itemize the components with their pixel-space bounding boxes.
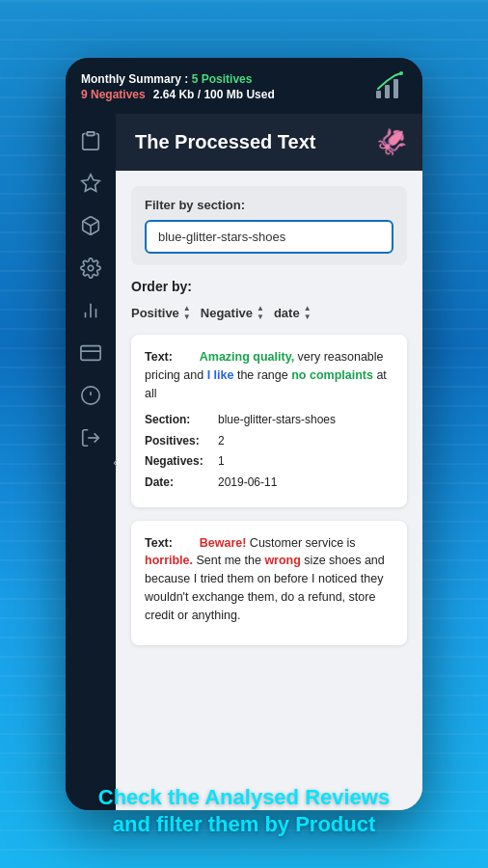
negatives-count: 9 Negatives [81, 88, 146, 101]
content-header: The Processed Text 🦑 [116, 114, 422, 171]
storage-info: 2.64 Kb / 100 Mb Used [153, 88, 275, 101]
svg-point-8 [88, 265, 94, 271]
header-bar: Monthly Summary : 5 Positives 9 Negative… [66, 58, 422, 114]
content-panel: The Processed Text 🦑 Filter by section: … [116, 114, 422, 810]
svg-rect-12 [81, 346, 100, 361]
svg-rect-5 [87, 132, 94, 136]
review-1-meta: Section: blue-glitter-stars-shoes Positi… [145, 410, 393, 493]
trending-chart-icon [372, 69, 407, 104]
sidebar-item-analytics[interactable] [71, 291, 110, 330]
review-1-nocomplaints: no complaints [291, 368, 373, 382]
order-negative-button[interactable]: Negative ▲▼ [201, 304, 264, 321]
review-1-ilike: I like [207, 368, 234, 382]
review-1-section-row: Section: blue-glitter-stars-shoes [145, 410, 393, 431]
octopus-logo: 🦑 [376, 127, 407, 157]
positives-count: 5 Positives [192, 72, 253, 86]
review-1-section-label: Section: [145, 410, 212, 431]
review-1-text-label: Text: [145, 350, 173, 364]
bottom-caption-text: Check the Analysed Reviewsand filter the… [39, 784, 449, 839]
review-2-text-label: Text: [145, 536, 173, 550]
sidebar-item-logout[interactable] [71, 419, 110, 457]
review-1-positives-value: 2 [218, 431, 225, 452]
review-1-amazing: Amazing quality, [200, 350, 294, 364]
phone-container: Monthly Summary : 5 Positives 9 Negative… [66, 58, 422, 810]
sidebar-item-star[interactable] [71, 164, 110, 203]
order-buttons: Positive ▲▼ Negative ▲▼ date ▲▼ [131, 304, 407, 321]
content-body: Filter by section: Order by: Positive ▲▼… [116, 171, 422, 810]
review-1-section-value: blue-glitter-stars-shoes [218, 410, 336, 431]
order-positive-button[interactable]: Positive ▲▼ [131, 304, 191, 321]
svg-rect-1 [385, 85, 390, 98]
svg-marker-6 [82, 175, 99, 191]
sidebar-item-payment[interactable] [71, 334, 110, 372]
summary-label: Monthly Summary : [81, 72, 188, 86]
review-1-date-row: Date: 2019-06-11 [145, 473, 393, 494]
order-positive-label: Positive [131, 306, 179, 320]
filter-input[interactable] [145, 220, 393, 254]
main-area: ‹ [66, 114, 422, 810]
filter-label: Filter by section: [145, 198, 393, 212]
order-negative-label: Negative [201, 306, 253, 320]
svg-point-3 [399, 71, 403, 75]
review-1-date-value: 2019-06-11 [218, 473, 277, 494]
svg-rect-2 [393, 79, 398, 98]
page-title: The Processed Text [135, 131, 315, 153]
review-2-beware: Beware! [200, 536, 247, 550]
review-1-positives-label: Positives: [145, 431, 212, 452]
sidebar-collapse-arrow[interactable]: ‹ [113, 454, 118, 470]
sidebar-item-box[interactable] [71, 206, 110, 245]
review-1-text: Text: Amazing quality, very reasonable p… [145, 348, 393, 402]
order-label: Order by: [131, 279, 407, 294]
sidebar-item-settings[interactable] [71, 249, 110, 287]
order-section: Order by: Positive ▲▼ Negative ▲▼ date ▲ [131, 279, 407, 321]
sidebar-item-info[interactable] [71, 376, 110, 415]
review-card-1: Text: Amazing quality, very reasonable p… [131, 335, 407, 507]
filter-section: Filter by section: [131, 186, 407, 265]
svg-rect-0 [376, 91, 381, 98]
header-summary: Monthly Summary : 5 Positives 9 Negative… [81, 72, 275, 101]
order-date-label: date [274, 306, 300, 320]
review-1-negatives-value: 1 [218, 451, 225, 473]
review-1-negatives-row: Negatives: 1 [145, 451, 393, 473]
review-1-positives-row: Positives: 2 [145, 431, 393, 452]
review-1-part3: the range [237, 368, 291, 382]
review-card-2: Text: Beware! Customer service is horrib… [131, 521, 407, 646]
review-2-wrong: wrong [264, 554, 301, 567]
bottom-caption: Check the Analysed Reviewsand filter the… [0, 784, 488, 839]
order-date-button[interactable]: date ▲▼ [274, 304, 312, 321]
review-2-part3: Sent me the [197, 554, 265, 567]
review-1-date-label: Date: [145, 473, 212, 494]
date-sort-arrows: ▲▼ [304, 304, 312, 321]
negative-sort-arrows: ▲▼ [257, 304, 264, 321]
review-2-horrible: horrible. [145, 554, 193, 567]
review-2-text: Text: Beware! Customer service is horrib… [145, 534, 393, 625]
review-2-part2: Customer service is [250, 536, 356, 550]
review-1-negatives-label: Negatives: [145, 451, 212, 473]
sidebar: ‹ [66, 114, 116, 810]
positive-sort-arrows: ▲▼ [183, 304, 191, 321]
sidebar-item-clipboard[interactable] [71, 122, 110, 160]
